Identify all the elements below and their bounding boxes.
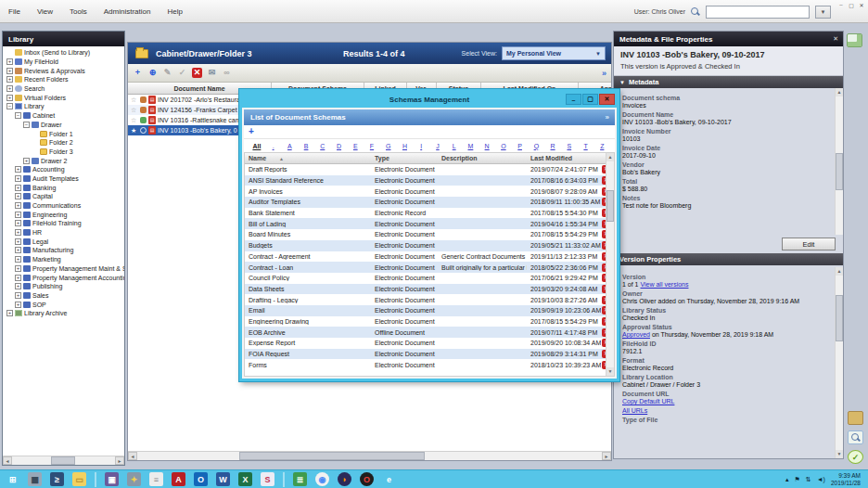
tree-expander-icon[interactable]: + <box>15 202 21 209</box>
dialog-minimize-icon[interactable]: – <box>566 94 581 105</box>
tree-item[interactable]: + SOP <box>3 300 124 309</box>
search-options-dropdown[interactable]: ▼ <box>815 6 831 19</box>
schema-row[interactable]: Draft Reports Electronic Document 2019/0… <box>245 164 606 175</box>
schema-row[interactable]: Contract - Loan Electronic Document Buil… <box>245 262 606 273</box>
tree-expander-icon[interactable]: + <box>15 193 21 199</box>
tree-item[interactable]: + Sales <box>3 291 124 301</box>
schema-row[interactable]: Budgets Electronic Document 2019/05/21 1… <box>245 240 606 251</box>
tree-expander-icon[interactable]: − <box>23 122 30 128</box>
tree-item[interactable]: + Search <box>3 84 124 94</box>
taskbar-icon[interactable] <box>283 472 285 487</box>
alphabet-filter-link[interactable]: Q <box>528 143 544 149</box>
alphabet-filter-link[interactable]: M <box>463 143 479 149</box>
schema-row[interactable]: Data Sheets Electronic Document 2019/03/… <box>245 284 606 295</box>
add-document-icon[interactable]: + <box>133 68 143 78</box>
tree-expander-icon[interactable]: + <box>6 68 13 74</box>
schema-row[interactable]: FOIA Request Electronic Document 2019/08… <box>245 349 606 360</box>
collapse-chevron-icon[interactable]: » <box>606 113 609 122</box>
schema-row[interactable]: Engineering Drawing Electronic Document … <box>245 316 606 327</box>
add-schema-icon[interactable]: + <box>249 127 254 136</box>
show-hidden-icons[interactable]: ▴ <box>785 476 789 483</box>
tree-expander-icon[interactable]: − <box>6 103 13 109</box>
search-input[interactable] <box>706 6 810 19</box>
volume-icon[interactable]: ◄) <box>817 476 825 482</box>
tree-item[interactable]: + Property Management Accounting <box>3 273 124 282</box>
acrobat-reader-icon[interactable]: A <box>172 472 185 486</box>
taskbar-clock[interactable]: 9:39 AM 2019/11/28 <box>831 472 862 487</box>
tree-expander-icon[interactable]: + <box>15 283 21 289</box>
close-icon[interactable]: ✕ <box>858 2 865 8</box>
tree-item[interactable]: Folder 2 <box>3 138 124 148</box>
alphabet-filter-link[interactable]: I <box>413 143 429 149</box>
dialog-maximize-icon[interactable]: ▢ <box>582 94 598 105</box>
tree-expander-icon[interactable]: + <box>15 220 21 226</box>
dialog-close-icon[interactable]: ✕ <box>599 94 615 105</box>
tree-item[interactable]: + My FileHold <box>3 58 124 67</box>
checkout-icon[interactable]: ✓ <box>177 68 187 78</box>
schema-row[interactable]: Board Minutes Electronic Document 2017/0… <box>245 229 606 240</box>
excel-icon[interactable]: X <box>238 472 252 486</box>
scroll-up-icon[interactable]: ▲ <box>836 267 843 276</box>
tree-item[interactable]: + Engineering <box>3 210 124 219</box>
chrome-icon[interactable]: ◉ <box>315 472 329 486</box>
favorite-star-icon[interactable]: ☆ <box>131 117 138 124</box>
tree-item[interactable]: + Property Management Maint & Ser <box>3 264 124 274</box>
tree-expander-icon[interactable]: + <box>15 247 21 253</box>
toolbar-overflow-icon[interactable]: » <box>602 69 606 78</box>
scroll-up-icon[interactable]: ▲ <box>836 88 843 96</box>
tree-item[interactable]: Folder 1 <box>3 129 124 138</box>
edit-icon[interactable]: ✎ <box>162 68 172 78</box>
start-button[interactable]: ⊞ <box>6 472 19 486</box>
alphabet-filter-link[interactable]: O <box>495 143 512 149</box>
column-name[interactable]: Name ▲ <box>245 153 371 163</box>
alphabet-filter-link[interactable]: G <box>380 143 397 149</box>
tree-expander-icon[interactable]: + <box>23 158 30 164</box>
action-center-flag-icon[interactable]: ⚑ <box>795 476 800 483</box>
notepad-icon[interactable]: ≡ <box>149 472 163 486</box>
metadata-scrollbar[interactable]: ▲ <box>835 88 843 235</box>
column-last-modified[interactable]: Last Modified <box>527 153 601 163</box>
tree-item[interactable]: + Accounting <box>3 165 124 174</box>
tree-expander-icon[interactable]: + <box>15 292 21 299</box>
snagit-icon[interactable]: S <box>261 472 274 486</box>
column-description[interactable]: Description <box>438 153 527 163</box>
menu-item[interactable]: Administration <box>96 0 160 23</box>
tree-item[interactable]: + Legal <box>3 237 124 246</box>
tree-item[interactable]: + Marketing <box>3 255 124 264</box>
schemas-vertical-scrollbar[interactable]: ▲ ▼ <box>606 153 614 376</box>
schema-row[interactable]: Council Policy Electronic Document 2017/… <box>245 273 606 284</box>
tree-expander-icon[interactable]: + <box>6 58 13 65</box>
tree-item[interactable]: + Library Archive <box>3 309 124 318</box>
taskbar-icon[interactable] <box>95 472 96 487</box>
view-select[interactable]: My Personal View ▼ <box>502 46 606 60</box>
field-link[interactable]: Approved <box>622 331 650 338</box>
version-scrollbar[interactable]: ▲ ▼ <box>835 267 843 458</box>
schema-row[interactable]: ANSI Standard Reference Electronic Docum… <box>245 175 606 186</box>
dialog-title-bar[interactable]: Schemas Management – ▢ ✕ <box>242 92 617 108</box>
schema-row[interactable]: Drafting - Legacy Electronic Document 20… <box>245 294 606 305</box>
schema-row[interactable]: Bank Statement Electronic Record 2017/08… <box>245 208 606 219</box>
alphabet-filter-link[interactable]: N <box>479 143 495 149</box>
scroll-down-icon[interactable]: ▼ <box>836 450 843 458</box>
alphabet-filter-link[interactable]: Z <box>594 143 610 149</box>
alphabet-filter-link[interactable]: F <box>364 143 380 149</box>
column-type[interactable]: Type <box>371 153 438 163</box>
alphabet-filter-link[interactable]: C <box>314 143 331 149</box>
alphabet-filter-link[interactable]: D <box>331 143 348 149</box>
tree-expander-icon[interactable]: + <box>15 229 21 236</box>
tree-expander-icon[interactable]: + <box>15 175 21 182</box>
alphabet-filter-link[interactable]: . <box>265 143 282 149</box>
alphabet-filter-link[interactable]: H <box>397 143 414 149</box>
tree-item[interactable]: Folder 3 <box>3 148 124 157</box>
tree-item[interactable]: + Capital <box>3 192 124 201</box>
menu-item[interactable]: View <box>29 0 61 23</box>
tree-item[interactable]: + Recent Folders <box>3 75 124 84</box>
tree-item[interactable]: + Banking <box>3 183 124 192</box>
alphabet-filter-link[interactable]: R <box>544 143 561 149</box>
alphabet-filter-link[interactable]: All <box>249 143 265 149</box>
alphabet-filter-link[interactable]: T <box>578 143 594 149</box>
menu-item[interactable]: Help <box>159 0 190 23</box>
tree-expander-icon[interactable]: − <box>15 112 21 119</box>
tree-expander-icon[interactable]: + <box>6 85 13 92</box>
email-icon[interactable]: ✉ <box>207 68 217 78</box>
